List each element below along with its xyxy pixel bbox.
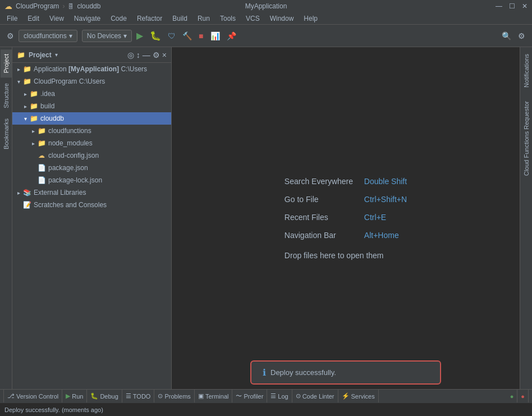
maximize-button[interactable]: ☐ [509,2,515,10]
menu-window[interactable]: Window [265,13,299,24]
tree-item-cloud-config[interactable]: ☁ cloud-config.json [12,149,171,162]
left-tab-bookmarks[interactable]: Bookmarks [1,114,12,154]
close-button[interactable]: ✕ [522,2,528,10]
tree-item-build[interactable]: ▸ 📁 build [12,100,171,112]
left-tab-structure[interactable]: Structure [1,79,12,113]
project-sort-icon[interactable]: ↕ [136,51,140,60]
tree-item-cloudprogram[interactable]: ▾ 📁 CloudProgram C:\Users [12,75,171,88]
breadcrumb-sep1: › [62,2,65,10]
shortcut-label-recent: Recent Files [285,213,357,222]
status-code-linter[interactable]: ⊙ Code Linter [292,390,338,403]
power-icon: ● [510,393,514,400]
status-problems[interactable]: ⊙ Problems [154,390,194,403]
status-log[interactable]: ☰ Log [267,390,292,403]
coverage-button[interactable]: 🛡 [166,30,178,42]
profile-button[interactable]: 📊 [208,30,222,42]
profiler-label: Profiler [244,393,263,400]
deploy-text: Deploy successfully. [270,368,336,377]
menu-tools[interactable]: Tools [215,13,240,24]
run-config-dropdown[interactable]: cloudfunctions ▾ [19,30,77,42]
folder-icon-node-modules: 📁 [37,139,46,148]
status-power[interactable]: ● [507,390,518,403]
right-tab-notifications[interactable]: Notifications [521,49,532,92]
project-locate-icon[interactable]: ◎ [127,51,134,60]
folder-icon-cloudfunctions: 📁 [37,126,46,135]
tree-item-idea[interactable]: ▸ 📁 .idea [12,88,171,100]
tree-item-scratches[interactable]: 📝 Scratches and Consoles [12,199,171,211]
menu-help[interactable]: Help [299,13,322,24]
right-tab-cloud-functions[interactable]: Cloud Functions Requestor [521,97,532,180]
status-services[interactable]: ⚡ Services [338,390,379,403]
breadcrumb-clouddb[interactable]: clouddb [77,2,100,10]
log-icon: ☰ [270,392,276,400]
editor-area: Search Everywhere Double Shift Go to Fil… [172,47,520,389]
devices-dropdown[interactable]: No Devices ▾ [82,30,132,42]
tree-item-node-modules[interactable]: ▸ 📁 node_modules [12,137,171,149]
menu-vcs[interactable]: VCS [241,13,264,24]
settings-toolbar-button[interactable]: ⚙ [516,30,528,42]
pin-button[interactable]: 📌 [224,30,239,42]
left-tab-project[interactable]: Project [1,49,12,77]
project-folder-icon: 📁 [17,51,25,59]
shortcut-key-nav: Alt+Home [364,231,399,240]
minimize-button[interactable]: — [496,2,502,10]
debug-button[interactable]: 🐛 [148,29,163,42]
version-control-icon: ⎇ [7,392,15,400]
status-terminal[interactable]: ▣ Terminal [195,390,233,403]
shortcut-key-search: Double Shift [364,177,407,186]
code-linter-icon: ⊙ [296,392,301,400]
menu-edit[interactable]: Edit [23,13,44,24]
status-error[interactable]: ● [517,390,529,403]
shortcut-key-recent: Ctrl+E [364,213,386,222]
project-settings-icon[interactable]: ⚙ [153,51,160,60]
menu-run[interactable]: Run [193,13,214,24]
tree-item-package-lock[interactable]: 📄 package-lock.json [12,174,171,186]
stop-button[interactable]: ■ [196,30,205,42]
run-status-icon: ▶ [66,392,70,400]
project-panel-header: 📁 Project ▾ ◎ ↕ — ⚙ × [12,47,171,63]
status-version-control[interactable]: ⎇ Version Control [3,390,62,403]
tree-arrow-build: ▸ [21,103,29,109]
tree-item-package-json[interactable]: 📄 package.json [12,162,171,174]
shortcut-key-goto: Ctrl+Shift+N [364,195,407,204]
tree-item-cloudfunctions[interactable]: ▸ 📁 cloudfunctions [12,125,171,137]
status-debug[interactable]: 🐛 Debug [87,390,122,403]
tree-arrow-application: ▸ [15,66,22,72]
run-button[interactable]: ▶ [134,29,145,42]
status-todo[interactable]: ☰ TODO [122,390,155,403]
menu-view[interactable]: View [45,13,68,24]
menu-file[interactable]: File [2,13,22,24]
title-bar: ☁ CloudProgram › 🗄 clouddb MyApplication… [0,0,532,12]
shortcut-search-everywhere: Search Everywhere Double Shift [285,177,407,186]
menu-build[interactable]: Build [168,13,192,24]
shortcut-label-nav: Navigation Bar [285,231,357,240]
project-close-icon[interactable]: × [162,51,167,60]
status-profiler[interactable]: 〜 Profiler [232,390,267,403]
file-icon-package-json: 📄 [37,163,46,172]
toolbar: ⚙ cloudfunctions ▾ No Devices ▾ ▶ 🐛 🛡 🔨 … [0,25,532,47]
menu-refactor[interactable]: Refactor [132,13,167,24]
menu-navigate[interactable]: Navigate [70,13,105,24]
status-run[interactable]: ▶ Run [62,390,87,403]
settings-icon-btn[interactable]: ⚙ [4,30,16,42]
build-button[interactable]: 🔨 [180,30,194,42]
scratches-icon: 📝 [22,200,31,209]
tree-arrow-node-modules: ▸ [29,140,37,147]
folder-icon-application: 📁 [22,65,31,74]
project-collapse-icon[interactable]: — [143,51,150,60]
tree-item-external-libs[interactable]: ▸ 📚 External Libraries [12,186,171,199]
project-dropdown-arrow[interactable]: ▾ [55,52,58,58]
search-toolbar-button[interactable]: 🔍 [499,30,513,42]
file-icon-package-lock: 📄 [37,176,46,185]
tree-label-build: build [40,102,54,110]
tree-item-clouddb[interactable]: ▾ 📁 clouddb [12,112,171,125]
tree-item-application[interactable]: ▸ 📁 Application [MyApplication] C:\Users [12,63,171,75]
menu-code[interactable]: Code [106,13,131,24]
folder-icon-clouddb: 📁 [29,114,38,123]
breadcrumb-cloudprogram[interactable]: CloudProgram [16,2,59,10]
error-icon: ● [521,393,525,400]
run-config-arrow: ▾ [69,32,72,40]
breadcrumb-clouddb-icon: 🗄 [68,3,74,10]
editor-shortcuts: Search Everywhere Double Shift Go to Fil… [273,166,418,271]
project-header-actions: ◎ ↕ — ⚙ × [127,51,167,60]
